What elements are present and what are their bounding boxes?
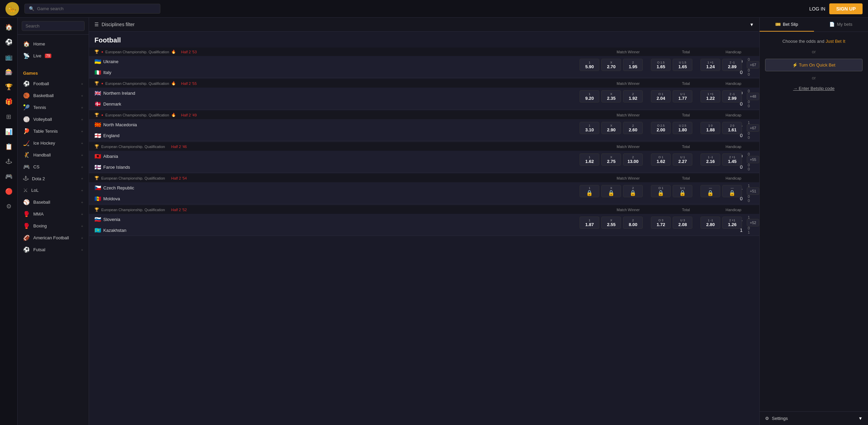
odds-button[interactable]: 2 1.92 xyxy=(623,90,643,103)
sidebar-item-handball[interactable]: 🤾 Handball + xyxy=(18,149,89,161)
sidebar-search-input[interactable] xyxy=(22,21,85,31)
odds-button[interactable]: U 1 1.77 xyxy=(673,90,692,103)
sidebar-item-dota-2[interactable]: 🕹 Dota 2 + xyxy=(18,173,89,184)
odds-button[interactable]: U 1.5 1.65 xyxy=(673,59,692,71)
odds-button[interactable]: 2 13.00 xyxy=(623,153,643,166)
sport-label-3: Volleyball xyxy=(33,117,52,122)
odds-button[interactable]: 2 1.95 xyxy=(623,59,643,71)
odds-button[interactable]: O 1.5 1.65 xyxy=(651,59,671,71)
odds-button[interactable]: X 2.70 xyxy=(601,59,621,71)
live2-icon-btn[interactable]: 🔴 xyxy=(2,185,16,198)
sidebar-item-futsal[interactable]: ⚽ Futsal + xyxy=(18,244,89,256)
sidebar-item-cs[interactable]: 🎮 CS + xyxy=(18,161,89,173)
casino-icon-btn[interactable]: 🎰 xyxy=(2,65,16,79)
trophy-icon-btn[interactable]: 🏆 xyxy=(2,80,16,94)
odds-button[interactable]: X 🔒 xyxy=(601,185,621,197)
odds-button[interactable]: 2 🔒 xyxy=(623,185,643,197)
search-bar[interactable]: 🔍 xyxy=(24,4,160,14)
odds-button[interactable]: 2 -1 2.99 xyxy=(722,90,742,103)
tab-bet-slip[interactable]: 🎫 Bet Slip xyxy=(760,18,814,32)
odds-button[interactable]: — 🔒 xyxy=(701,185,720,197)
col-handicap: Handicap xyxy=(713,145,754,149)
odds-button[interactable]: O 3 1.72 xyxy=(651,217,671,229)
odds-button[interactable]: O 1 1.62 xyxy=(651,153,671,166)
odds-button[interactable]: 1 +1 1.24 xyxy=(701,59,720,71)
games-icon-btn[interactable]: 🎮 xyxy=(2,170,16,183)
odds-button[interactable]: X 2.90 xyxy=(601,122,621,134)
sidebar-item-table-tennis[interactable]: 🏓 Table Tennis + xyxy=(18,125,89,137)
odds-button[interactable]: U 1 🔒 xyxy=(673,185,692,197)
odds-button[interactable]: U 3 2.08 xyxy=(673,217,692,229)
odds-button[interactable]: — 🔒 xyxy=(722,185,742,197)
odds-button[interactable]: O 2.5 2.00 xyxy=(651,122,671,134)
sidebar-item-live[interactable]: 📡 Live 79 xyxy=(18,50,89,62)
match-header-cols: Match Winner Total Handicap xyxy=(598,50,754,54)
more-markets-button[interactable]: +55 xyxy=(747,156,759,163)
sidebar-item-football[interactable]: ⚽ Football + xyxy=(18,78,89,90)
odds-button[interactable]: 1 -1 2.80 xyxy=(701,217,720,229)
sidebar-item-boxing[interactable]: 🥊 Boxing + xyxy=(18,220,89,232)
odds-button[interactable]: U 2.5 1.80 xyxy=(673,122,692,134)
more-markets-button[interactable]: +52 xyxy=(747,219,759,226)
odds-button[interactable]: X 2.35 xyxy=(601,90,621,103)
settings-icon-btn[interactable]: ⚙ xyxy=(2,200,16,213)
gift-icon-btn[interactable]: 🎁 xyxy=(2,95,16,109)
sidebar-item-lol[interactable]: ⚔ LoL + xyxy=(18,184,89,196)
just-bet-link[interactable]: Just Bet It xyxy=(826,39,845,44)
more-markets-button[interactable]: +48 xyxy=(747,93,759,100)
more-markets-button[interactable]: +67 xyxy=(747,124,759,132)
sidebar-item-mma[interactable]: 🥊 MMA + xyxy=(18,208,89,220)
odds-button[interactable]: X 2.55 xyxy=(601,217,621,229)
odds-button[interactable]: 1 9.20 xyxy=(580,90,599,103)
enter-betslip-code-link[interactable]: → Enter Betslip code xyxy=(793,86,834,91)
more-markets-button[interactable]: +67 xyxy=(747,61,759,69)
match-block: 🏆 ● European Championship. Qualification… xyxy=(89,48,759,78)
odds-button[interactable]: 2 +1 1.26 xyxy=(722,217,742,229)
odds-button[interactable]: 1 0 1.88 xyxy=(701,122,720,134)
odds-button[interactable]: U 1 2.27 xyxy=(673,153,692,166)
sidebar-item-baseball[interactable]: ⚾ Baseball + xyxy=(18,196,89,208)
quick-bet-button[interactable]: ⚡ Turn On Quick Bet xyxy=(765,59,863,71)
bet-slip-icon: 🎫 xyxy=(775,22,781,27)
home-icon-btn[interactable]: 🏠 xyxy=(2,20,16,34)
live-icon-btn[interactable]: 📺 xyxy=(2,50,16,64)
results-icon-btn[interactable]: 📋 xyxy=(2,140,16,153)
odds-button[interactable]: 1 +1 1.22 xyxy=(701,90,720,103)
sidebar-item-home[interactable]: 🏠 Home xyxy=(18,38,89,50)
odds-button[interactable]: O 1 2.04 xyxy=(651,90,671,103)
col-match-winner: Match Winner xyxy=(598,145,659,149)
sidebar: 🏠 Home 📡 Live 79 Games ⚽ Football + 🏀 Ba… xyxy=(18,18,89,425)
sidebar-item-american-football[interactable]: 🏈 American Football + xyxy=(18,232,89,244)
sidebar-item-basketball[interactable]: 🏀 Basketball + xyxy=(18,90,89,101)
more-markets-button[interactable]: +51 xyxy=(747,187,759,195)
signup-button[interactable]: SIGN UP xyxy=(829,3,863,14)
match-time: Half 2 '54 xyxy=(171,176,187,180)
odds-button[interactable]: O 1 🔒 xyxy=(651,185,671,197)
sports-icon-btn[interactable]: ⚽ xyxy=(2,35,16,49)
odds-button[interactable]: 1 -1 2.16 xyxy=(701,153,720,166)
odds-button[interactable]: 1 3.10 xyxy=(580,122,599,134)
odds-button[interactable]: 2 -1 2.89 xyxy=(722,59,742,71)
game-search-input[interactable] xyxy=(37,6,156,11)
odds-button[interactable]: 1 5.90 xyxy=(580,59,599,71)
odds-button[interactable]: 1 🔒 xyxy=(580,185,599,197)
odds-button[interactable]: 2 0 1.61 xyxy=(722,122,742,134)
stats-icon-btn[interactable]: 📊 xyxy=(2,125,16,138)
settings-bar[interactable]: ⚙ Settings ▼ xyxy=(760,411,868,425)
odds-button[interactable]: 1 1.62 xyxy=(580,153,599,166)
sidebar-item-ice-hockey[interactable]: 🏒 Ice Hockey + xyxy=(18,137,89,149)
odds-button[interactable]: 2 2.60 xyxy=(623,122,643,134)
odds-button[interactable]: 1 1.87 xyxy=(580,217,599,229)
login-button[interactable]: LOG IN xyxy=(809,6,825,12)
menu-icon-btn[interactable]: ⊞ xyxy=(2,110,16,124)
sidebar-item-volleyball[interactable]: 🏐 Volleyball + xyxy=(18,113,89,125)
odds-button[interactable]: 2 +1 1.45 xyxy=(722,153,742,166)
my-bets-icon: 📄 xyxy=(829,22,835,27)
search-icon: 🔍 xyxy=(29,6,34,11)
esports-icon-btn[interactable]: 🕹 xyxy=(2,155,16,168)
disciplines-filter-bar[interactable]: ☰ Disciplines filter ▼ xyxy=(89,18,759,32)
tab-my-bets[interactable]: 📄 My bets xyxy=(814,18,868,32)
odds-button[interactable]: 2 8.00 xyxy=(623,217,643,229)
odds-button[interactable]: X 2.75 xyxy=(601,153,621,166)
sidebar-item-tennis[interactable]: 🎾 Tennis + xyxy=(18,101,89,113)
